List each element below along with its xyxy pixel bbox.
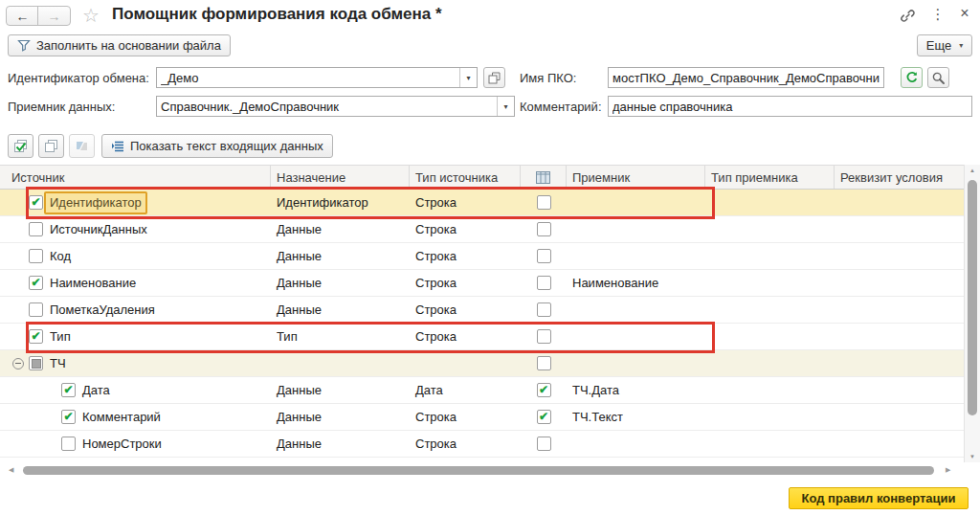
receiver-cell: ТЧ.Дата	[567, 377, 705, 403]
source-label: ПометкаУдаления	[50, 302, 155, 317]
scroll-down-icon[interactable]: ▼	[965, 454, 980, 459]
table-row[interactable]: ТЧ	[0, 350, 964, 377]
source-cell: ПометкаУдаления	[0, 297, 271, 323]
search-button[interactable]	[927, 67, 949, 88]
horizontal-scrollbar-thumb[interactable]	[23, 466, 934, 475]
pko-name-input[interactable]	[609, 68, 883, 87]
comment-input[interactable]	[609, 97, 971, 116]
table-row[interactable]: ТипТипСтрока	[0, 324, 964, 350]
page-title: Помощник формирования кода обмена *	[112, 5, 442, 24]
row-checkbox[interactable]	[61, 383, 76, 397]
chevron-down-icon: ▾	[959, 41, 963, 50]
row-checkbox[interactable]	[29, 249, 43, 263]
receiver-cell	[567, 190, 705, 215]
source-label: ТЧ	[50, 356, 66, 370]
row-checkbox[interactable]	[29, 195, 43, 210]
flag-checkbox[interactable]	[537, 383, 551, 397]
kebab-menu-icon[interactable]: ⋮	[928, 5, 947, 24]
purpose-cell: Данные	[271, 216, 410, 242]
back-button[interactable]: ←	[6, 6, 39, 26]
data-receiver-input[interactable]	[157, 97, 497, 116]
table-row[interactable]: ДатаДанныеДатаТЧ.Дата	[0, 377, 964, 404]
table-row[interactable]: НаименованиеДанныеСтрокаНаименование	[0, 270, 964, 297]
search-icon	[931, 71, 946, 85]
purpose-cell: Данные	[271, 270, 410, 296]
open-in-window-button[interactable]	[483, 67, 505, 88]
flag-checkbox[interactable]	[537, 329, 551, 344]
link-icon[interactable]	[898, 6, 917, 25]
data-receiver-label: Приемник данных:	[8, 100, 115, 114]
uncheck-all-icon	[44, 139, 59, 154]
forward-icon: →	[48, 9, 61, 24]
source-label: Комментарий	[82, 410, 161, 424]
flag-checkbox[interactable]	[537, 222, 551, 236]
table-row[interactable]: НомерСтрокиДанныеСтрока	[0, 431, 964, 458]
invert-check-icon	[76, 141, 88, 151]
comment-label: Комментарий:	[520, 100, 602, 114]
condition-cell	[835, 297, 964, 323]
flag-checkbox[interactable]	[537, 195, 551, 210]
purpose-cell: Данные	[271, 404, 410, 430]
exchange-id-label: Идентификатор обмена:	[8, 71, 149, 85]
source-cell: Наименование	[0, 270, 271, 296]
scroll-left-icon[interactable]: ◀	[9, 466, 13, 474]
column-header-source-type[interactable]: Тип источника	[410, 166, 521, 189]
vertical-scrollbar[interactable]: ▲ ▼	[964, 165, 980, 462]
row-checkbox[interactable]	[29, 222, 43, 236]
source-type-cell	[410, 350, 521, 376]
flag-checkbox[interactable]	[537, 356, 551, 370]
column-header-flag[interactable]	[521, 166, 567, 189]
row-checkbox[interactable]	[61, 410, 76, 424]
column-header-receiver[interactable]: Приемник	[567, 166, 705, 189]
exchange-id-dropdown-button[interactable]: ▾	[459, 68, 477, 87]
row-checkbox[interactable]	[29, 276, 43, 290]
table-row[interactable]: КодДанныеСтрока	[0, 243, 964, 270]
exchange-id-input[interactable]	[157, 68, 459, 87]
close-icon[interactable]: ×	[955, 4, 974, 23]
row-checkbox[interactable]	[61, 437, 76, 451]
flag-checkbox[interactable]	[537, 249, 551, 263]
favorite-star-icon[interactable]: ☆	[82, 4, 100, 27]
row-checkbox[interactable]	[29, 329, 43, 344]
flag-checkbox[interactable]	[537, 302, 551, 317]
scroll-right-icon[interactable]: ▶	[946, 466, 950, 474]
horizontal-scrollbar[interactable]: ◀ ▶	[0, 465, 964, 476]
exchange-id-field: ▾	[156, 67, 478, 88]
table-row[interactable]: ПометкаУдаленияДанныеСтрока	[0, 297, 964, 324]
forward-button[interactable]: →	[37, 6, 71, 26]
invert-check-button[interactable]	[69, 134, 95, 158]
text-lines-icon	[111, 141, 124, 152]
uncheck-all-button[interactable]	[38, 134, 64, 158]
receiver-cell: ТЧ.Текст	[567, 404, 705, 430]
column-header-condition[interactable]: Реквизит условия	[835, 166, 964, 189]
vertical-scrollbar-thumb[interactable]	[968, 180, 977, 415]
refresh-button[interactable]	[901, 67, 923, 88]
table-row[interactable]: ИсточникДанныхДанныеСтрока	[0, 216, 964, 243]
flag-cell	[521, 350, 567, 376]
source-label: Дата	[82, 383, 110, 397]
source-type-cell: Строка	[410, 297, 521, 323]
row-checkbox[interactable]	[29, 356, 43, 370]
scroll-up-icon[interactable]: ▲	[965, 168, 980, 173]
collapse-icon[interactable]	[6, 358, 29, 369]
row-checkbox[interactable]	[29, 302, 43, 317]
table-row[interactable]: ИдентификаторИдентификаторСтрока	[0, 190, 964, 216]
conversion-rules-code-button[interactable]: Код правил конвертации	[789, 487, 969, 509]
data-receiver-dropdown-button[interactable]: ▾	[497, 97, 514, 116]
table-row[interactable]: КомментарийДанныеСтрокаТЧ.Текст	[0, 404, 964, 431]
source-type-cell: Строка	[410, 243, 521, 269]
column-header-purpose[interactable]: Назначение	[271, 166, 410, 189]
check-all-button[interactable]	[8, 134, 33, 158]
source-cell: ИсточникДанных	[0, 216, 271, 242]
show-incoming-text-button[interactable]: Показать текст входящих данных	[101, 134, 333, 158]
flag-cell	[521, 377, 567, 403]
flag-checkbox[interactable]	[537, 276, 551, 290]
receiver-cell	[567, 216, 705, 242]
flag-checkbox[interactable]	[537, 437, 551, 451]
receiver-type-cell	[705, 216, 835, 242]
more-button[interactable]: Еще ▾	[917, 34, 972, 56]
column-header-source[interactable]: Источник	[0, 166, 271, 189]
flag-checkbox[interactable]	[537, 410, 551, 424]
column-header-receiver-type[interactable]: Тип приемника	[705, 166, 835, 189]
fill-from-file-button[interactable]: Заполнить на основании файла	[8, 34, 231, 56]
